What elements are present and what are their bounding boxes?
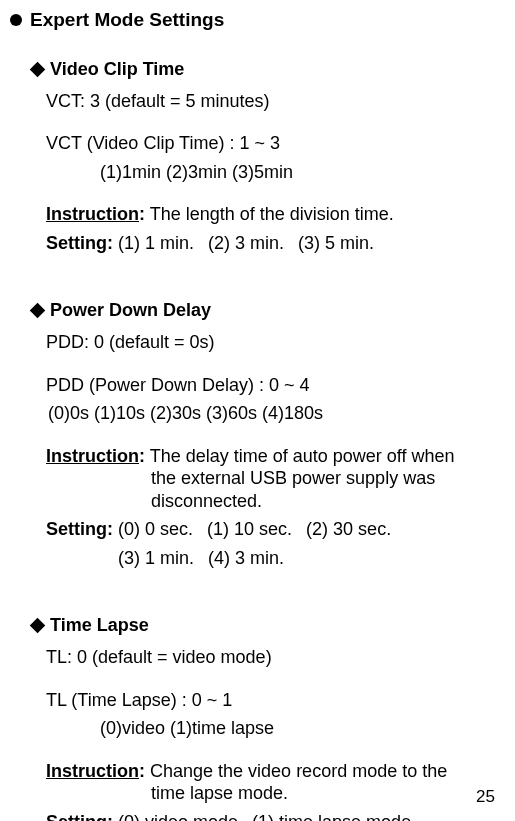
opt: (1) 1 min.	[118, 233, 194, 253]
section-heading: Time Lapse	[32, 615, 505, 636]
section-power-down-delay: Power Down Delay PDD: 0 (default = 0s) P…	[32, 300, 505, 569]
page: Expert Mode Settings Video Clip Time VCT…	[0, 0, 515, 821]
instruction-label: Instruction	[46, 446, 139, 466]
instruction-line: Instruction: Change the video record mod…	[46, 760, 505, 805]
instruction-text-l1: Change the video record mode to the	[150, 761, 447, 781]
current-value: TL: 0 (default = video mode)	[46, 646, 505, 669]
options-legend: (0)video (1)time lapse	[100, 717, 505, 740]
options-legend: (0)0s (1)10s (2)30s (3)60s (4)180s	[48, 402, 505, 425]
section-heading: Video Clip Time	[32, 59, 505, 80]
range-text: VCT (Video Clip Time) : 1 ~ 3	[46, 132, 505, 155]
options-legend: (1)1min (2)3min (3)5min	[100, 161, 505, 184]
diamond-icon	[30, 303, 46, 319]
instruction-text-l2: the external USB power supply was discon…	[151, 467, 505, 512]
instruction-label: Instruction	[46, 204, 139, 224]
instruction-text: The length of the division time.	[150, 204, 394, 224]
setting-label: Setting:	[46, 812, 113, 821]
setting-line: Setting: (1) 1 min.(2) 3 min.(3) 5 min.	[46, 232, 505, 255]
range-text: TL (Time Lapse) : 0 ~ 1	[46, 689, 505, 712]
instruction-text-l1: The delay time of auto power off when	[150, 446, 455, 466]
opt: (4) 3 min.	[208, 548, 284, 568]
setting-line: Setting: (0) video mode(1) time lapse mo…	[46, 811, 505, 821]
opt: (3) 5 min.	[298, 233, 374, 253]
setting-label: Setting:	[46, 233, 113, 253]
opt: (1) 10 sec.	[207, 519, 292, 539]
diamond-icon	[30, 62, 46, 78]
setting-line: Setting: (0) 0 sec.(1) 10 sec.(2) 30 sec…	[46, 518, 505, 541]
range-text: PDD (Power Down Delay) : 0 ~ 4	[46, 374, 505, 397]
bullet-icon	[10, 14, 22, 26]
heading-text: Video Clip Time	[50, 59, 184, 79]
opt: (3) 1 min.	[118, 548, 194, 568]
current-value: VCT: 3 (default = 5 minutes)	[46, 90, 505, 113]
opt: (0) video mode	[118, 812, 238, 821]
current-value: PDD: 0 (default = 0s)	[46, 331, 505, 354]
instruction-label: Instruction	[46, 761, 139, 781]
section-heading: Power Down Delay	[32, 300, 505, 321]
opt: (1) time lapse mode	[252, 812, 411, 821]
diamond-icon	[30, 618, 46, 634]
setting-label: Setting:	[46, 519, 113, 539]
opt: (0) 0 sec.	[118, 519, 193, 539]
page-number: 25	[476, 787, 495, 807]
heading-text: Time Lapse	[50, 615, 149, 635]
instruction-text-l2: time lapse mode.	[151, 782, 505, 805]
opt: (2) 30 sec.	[306, 519, 391, 539]
heading-text: Power Down Delay	[50, 300, 211, 320]
section-time-lapse: Time Lapse TL: 0 (default = video mode) …	[32, 615, 505, 821]
instruction-line: Instruction: The delay time of auto powe…	[46, 445, 505, 513]
opt: (2) 3 min.	[208, 233, 284, 253]
section-video-clip-time: Video Clip Time VCT: 3 (default = 5 minu…	[32, 59, 505, 255]
page-title-text: Expert Mode Settings	[30, 9, 224, 30]
page-title: Expert Mode Settings	[10, 8, 505, 31]
instruction-line: Instruction: The length of the division …	[46, 203, 505, 226]
setting-line-2: (3) 1 min.(4) 3 min.	[118, 547, 505, 570]
